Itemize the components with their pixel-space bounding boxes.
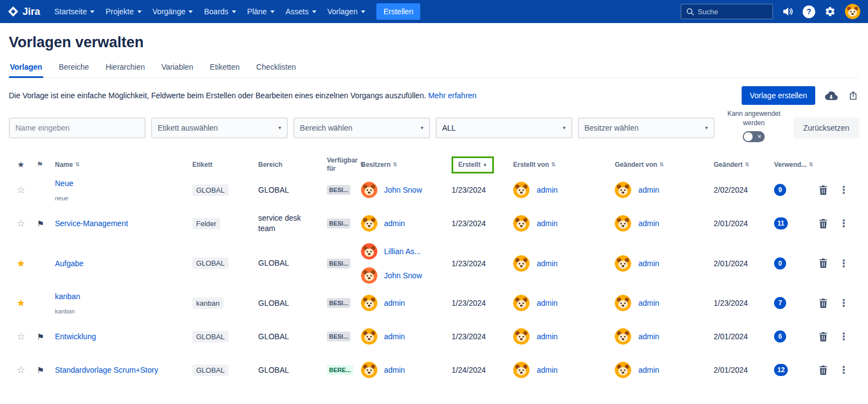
modified-by-link[interactable]: admin bbox=[638, 186, 659, 194]
tab-bereiche[interactable]: Bereiche bbox=[58, 60, 90, 77]
created-by-link[interactable]: admin bbox=[537, 186, 558, 194]
owner-link[interactable]: admin bbox=[384, 366, 405, 374]
help-icon[interactable]: ? bbox=[803, 5, 815, 18]
modified-by-link[interactable]: admin bbox=[638, 332, 659, 341]
toggle-knob bbox=[744, 132, 753, 141]
gear-icon[interactable] bbox=[825, 6, 836, 17]
created-by-avatar bbox=[513, 328, 530, 345]
column-header-verf-gbar-f-r[interactable]: Verfügbar für⇅ bbox=[327, 156, 361, 173]
tab-hierarchien[interactable]: Hierarchien bbox=[104, 60, 146, 77]
global-search[interactable] bbox=[681, 4, 773, 19]
announcement-icon[interactable] bbox=[782, 7, 793, 16]
star-icon[interactable]: ☆ bbox=[16, 332, 25, 341]
nav-item-assets[interactable]: Assets bbox=[280, 3, 322, 20]
delete-icon[interactable] bbox=[819, 332, 827, 341]
type-filter-select[interactable]: ALL ▾ bbox=[436, 117, 572, 138]
nav-item-boards[interactable]: Boards bbox=[198, 3, 241, 20]
modified-by-link[interactable]: admin bbox=[638, 366, 659, 374]
column-header-etikett[interactable]: Etikett bbox=[192, 161, 258, 169]
owner-link[interactable]: admin bbox=[384, 219, 405, 228]
star-icon[interactable]: ★ bbox=[16, 298, 25, 308]
nav-item-vorlagen[interactable]: Vorlagen bbox=[322, 3, 371, 20]
chevron-down-icon bbox=[188, 10, 193, 13]
created-date: 1/23/2024 bbox=[452, 299, 513, 307]
template-name-link[interactable]: kanban bbox=[55, 292, 80, 301]
star-icon[interactable]: ★ bbox=[16, 259, 25, 268]
template-name-link[interactable]: Entwicklung bbox=[55, 332, 96, 341]
created-by-link[interactable]: admin bbox=[537, 219, 558, 228]
delete-icon[interactable] bbox=[819, 219, 827, 228]
learn-more-link[interactable]: Mehr erfahren bbox=[428, 91, 476, 100]
owner-link[interactable]: Lillian As... bbox=[384, 247, 421, 256]
modified-by-avatar bbox=[615, 182, 631, 198]
column-header-verwend[interactable]: Verwend...⇅ bbox=[774, 161, 819, 169]
user-avatar[interactable] bbox=[845, 4, 860, 19]
label-filter-select[interactable]: Etikett auswählen ▾ bbox=[151, 117, 288, 138]
export-icon[interactable] bbox=[847, 89, 859, 102]
created-by-link[interactable]: admin bbox=[537, 366, 558, 374]
column-header-name[interactable]: Name⇅ bbox=[55, 161, 192, 169]
tab-etiketten[interactable]: Etiketten bbox=[209, 60, 241, 77]
more-options-icon[interactable]: ⋮ bbox=[839, 332, 849, 341]
column-header-ge-ndert-von[interactable]: Geändert von⇅ bbox=[615, 161, 714, 169]
owner-filter-select[interactable]: Besitzer wählen ▾ bbox=[578, 117, 715, 138]
owner-link[interactable]: John Snow bbox=[384, 186, 422, 194]
star-column-header[interactable]: ★ bbox=[9, 160, 33, 170]
column-header-ge-ndert[interactable]: Geändert⇅ bbox=[714, 161, 774, 169]
more-options-icon[interactable]: ⋮ bbox=[839, 218, 849, 228]
more-options-icon[interactable]: ⋮ bbox=[839, 298, 849, 308]
delete-icon[interactable] bbox=[819, 366, 827, 375]
more-options-icon[interactable]: ⋮ bbox=[839, 185, 849, 195]
modified-by-link[interactable]: admin bbox=[638, 299, 659, 307]
delete-icon[interactable] bbox=[819, 186, 827, 195]
search-input[interactable] bbox=[698, 8, 767, 16]
nav-item-vorg-nge[interactable]: Vorgänge bbox=[147, 3, 199, 20]
more-options-icon[interactable]: ⋮ bbox=[839, 259, 849, 268]
column-header-besitzern[interactable]: Besitzern⇅ bbox=[361, 161, 452, 169]
nav-item-pl-ne[interactable]: Pläne bbox=[242, 3, 280, 20]
owner-link[interactable]: admin bbox=[384, 299, 405, 307]
star-icon[interactable]: ☆ bbox=[16, 185, 25, 195]
usage-count-badge: 0 bbox=[774, 257, 786, 270]
jira-logo[interactable]: Jira bbox=[8, 6, 40, 18]
created-by-link[interactable]: admin bbox=[537, 299, 558, 307]
owner-link[interactable]: John Snow bbox=[384, 271, 422, 280]
scope-filter-select[interactable]: Bereich wählen ▾ bbox=[293, 117, 430, 138]
create-button[interactable]: Erstellen bbox=[376, 3, 420, 20]
flag-column-header[interactable]: ⚑ bbox=[33, 160, 55, 169]
owner-item: John Snow bbox=[361, 182, 422, 198]
owner-link[interactable]: admin bbox=[384, 332, 405, 341]
can-apply-toggle[interactable]: ✕ bbox=[743, 131, 765, 142]
created-by-link[interactable]: admin bbox=[537, 259, 558, 268]
table-row: ★kanbankanbankanbanGLOBALBESI...admin1/2… bbox=[0, 287, 868, 320]
created-by-link[interactable]: admin bbox=[537, 332, 558, 341]
more-options-icon[interactable]: ⋮ bbox=[839, 365, 849, 375]
tab-vorlagen[interactable]: Vorlagen bbox=[9, 60, 43, 77]
table-row: ☆NeueneueGLOBALGLOBALBESI...John Snow1/2… bbox=[0, 173, 868, 207]
column-header-erstellt[interactable]: Erstellt▲ bbox=[452, 156, 513, 173]
template-name-link[interactable]: Aufgabe bbox=[55, 259, 84, 268]
reset-button[interactable]: Zurücksetzen bbox=[793, 117, 859, 138]
template-name-link[interactable]: Standardvorlage Scrum+Story bbox=[55, 366, 158, 374]
create-template-button[interactable]: Vorlage erstellen bbox=[742, 86, 815, 105]
usage-count-badge: 9 bbox=[774, 184, 786, 196]
delete-icon[interactable] bbox=[819, 259, 827, 268]
modified-by-link[interactable]: admin bbox=[638, 219, 659, 228]
name-filter-input[interactable] bbox=[9, 117, 146, 138]
template-name-link[interactable]: Neue bbox=[55, 179, 73, 188]
chevron-down-icon: ▾ bbox=[279, 125, 281, 131]
star-icon[interactable]: ☆ bbox=[16, 218, 25, 228]
star-icon[interactable]: ☆ bbox=[16, 365, 25, 375]
tab-checklisten[interactable]: Checklisten bbox=[255, 60, 297, 77]
delete-icon[interactable] bbox=[819, 299, 827, 308]
tab-variablen[interactable]: Variablen bbox=[160, 60, 194, 77]
label-tag: GLOBAL bbox=[192, 184, 229, 196]
modified-by-link[interactable]: admin bbox=[638, 259, 659, 268]
owner-item: admin bbox=[361, 362, 405, 378]
column-header-erstellt-von[interactable]: Erstellt von⇅ bbox=[513, 161, 615, 169]
template-name-link[interactable]: Service-Management bbox=[55, 219, 128, 228]
nav-item-projekte[interactable]: Projekte bbox=[100, 3, 147, 20]
column-header-bereich[interactable]: Bereich bbox=[258, 161, 327, 169]
cloud-download-icon[interactable] bbox=[824, 90, 839, 102]
nav-item-startseite[interactable]: Startseite bbox=[49, 3, 100, 20]
